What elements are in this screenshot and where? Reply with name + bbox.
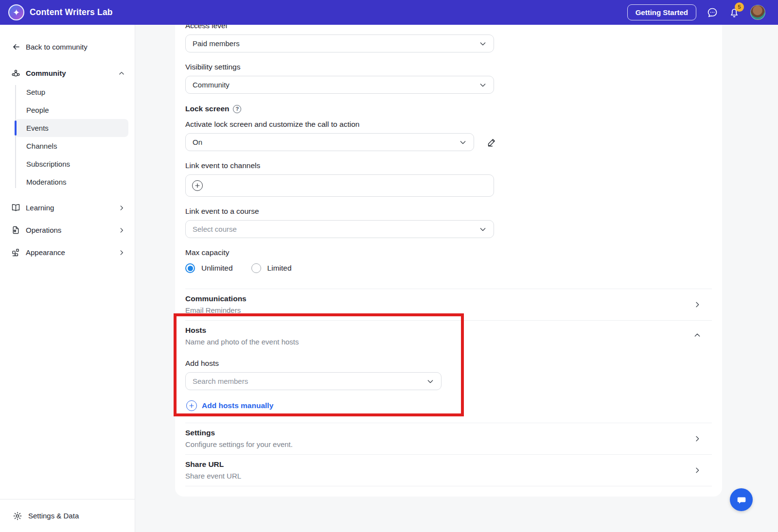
lock-screen-row: On (185, 129, 712, 151)
sidebar-item-label: Setup (26, 88, 45, 96)
event-settings-panel: Access level Paid members Visibility set… (175, 25, 722, 497)
add-hosts-manually-button[interactable]: Add hosts manually (186, 400, 712, 411)
operations-label: Operations (26, 226, 61, 234)
communications-row[interactable]: Communications Email Reminders (185, 289, 712, 320)
getting-started-button[interactable]: Getting Started (627, 4, 696, 20)
sidebar-section-learning[interactable]: Learning (11, 199, 125, 217)
settings-title: Settings (185, 429, 712, 437)
sidebar-item-label: Moderations (26, 178, 67, 186)
lock-screen-dropdown[interactable]: On (185, 133, 474, 151)
sidebar-item-label: Channels (26, 142, 57, 150)
lock-screen-label: Lock screen (185, 104, 229, 113)
settings-row[interactable]: Settings Configure settings for your eve… (185, 423, 712, 454)
brand-logo-icon[interactable]: ✦ (8, 4, 24, 20)
sparkle-icon: ✦ (13, 8, 20, 17)
hosts-section-body: Add hosts Search members Add hosts manua… (185, 359, 712, 411)
chevron-up-icon[interactable] (693, 331, 701, 339)
radio-option-unlimited[interactable]: Unlimited (185, 263, 233, 273)
communications-subtitle: Email Reminders (185, 306, 712, 314)
page: ✦ Content Writers Lab Getting Started 5 (0, 0, 778, 532)
radio-unselected-icon[interactable] (251, 263, 261, 273)
chevron-down-icon (479, 81, 487, 89)
sidebar-section-community[interactable]: Community (11, 68, 125, 78)
notification-count-badge: 5 (735, 2, 744, 12)
visibility-dropdown[interactable]: Community (185, 76, 494, 94)
sidebar: Back to community Community Setup People (0, 25, 135, 532)
radio-label-limited: Limited (267, 264, 292, 273)
chevron-down-icon (459, 138, 467, 146)
link-course-dropdown[interactable]: Select course (185, 220, 494, 238)
plus-circle-icon[interactable] (192, 180, 203, 191)
visibility-value: Community (193, 81, 479, 89)
hosts-title: Hosts (185, 326, 712, 335)
chevron-right-icon (118, 249, 125, 256)
lock-screen-heading: Lock screen ? (185, 104, 712, 113)
lock-screen-sublabel: Activate lock screen and customize the c… (185, 120, 712, 129)
help-icon[interactable]: ? (233, 105, 241, 113)
operations-document-gear-icon (11, 225, 21, 235)
header-actions: Getting Started 5 (627, 4, 778, 20)
add-hosts-manually-label: Add hosts manually (202, 401, 273, 410)
user-avatar[interactable] (750, 5, 765, 20)
chevron-right-icon (118, 205, 125, 211)
sidebar-item-events[interactable]: Events (15, 119, 128, 137)
back-arrow-icon (12, 42, 21, 51)
book-icon (11, 203, 21, 213)
sidebar-item-setup[interactable]: Setup (15, 83, 128, 101)
appearance-label: Appearance (26, 248, 65, 257)
max-capacity-label: Max capacity (185, 248, 712, 257)
access-level-value: Paid members (193, 39, 479, 48)
chevron-right-icon[interactable] (693, 466, 701, 474)
chevron-right-icon[interactable] (693, 301, 701, 309)
hosts-row[interactable]: Hosts Name and photo of the event hosts (185, 321, 712, 346)
settings-and-data-link[interactable]: Settings & Data (0, 499, 135, 532)
speech-bubble-icon (736, 494, 747, 506)
sidebar-item-channels[interactable]: Channels (15, 137, 128, 155)
chevron-right-icon (118, 227, 125, 234)
chat-icon[interactable] (707, 7, 718, 18)
share-url-title: Share URL (185, 460, 712, 469)
notifications-bell[interactable]: 5 (728, 7, 740, 18)
link-channels-field[interactable] (185, 174, 494, 197)
visibility-settings-label: Visibility settings (185, 63, 712, 71)
community-people-icon (11, 68, 21, 78)
chevron-down-icon (426, 378, 434, 385)
max-capacity-options: Unlimited Limited (185, 262, 712, 275)
sidebar-section-operations[interactable]: Operations (11, 221, 125, 239)
sidebar-section-appearance[interactable]: Appearance (11, 243, 125, 261)
search-members-dropdown[interactable]: Search members (185, 372, 442, 390)
back-to-community-link[interactable]: Back to community (12, 42, 135, 51)
add-hosts-label: Add hosts (185, 359, 712, 368)
community-subnav: Setup People Events Channels Subscriptio… (0, 83, 135, 191)
sidebar-item-label: People (26, 106, 49, 114)
community-section-label: Community (26, 69, 66, 77)
sidebar-item-subscriptions[interactable]: Subscriptions (15, 155, 128, 173)
chevron-down-icon (479, 225, 487, 233)
radio-label-unlimited: Unlimited (201, 264, 233, 273)
lock-screen-value: On (193, 138, 459, 146)
top-bar: ✦ Content Writers Lab Getting Started 5 (0, 0, 778, 25)
sidebar-item-label: Events (26, 124, 49, 132)
learning-label: Learning (26, 204, 54, 212)
hosts-subtitle: Name and photo of the event hosts (185, 338, 712, 346)
sidebar-item-label: Subscriptions (26, 160, 70, 168)
share-url-row[interactable]: Share URL Share event URL (185, 455, 712, 486)
brand-title: Content Writers Lab (30, 7, 113, 17)
back-to-community-label: Back to community (26, 43, 88, 51)
chevron-right-icon[interactable] (693, 435, 701, 443)
chat-fab-button[interactable] (730, 488, 753, 511)
appearance-layout-icon (11, 247, 21, 257)
link-course-label: Link event to a course (185, 207, 712, 216)
edit-pencil-icon[interactable] (487, 137, 497, 147)
chevron-up-icon[interactable] (118, 70, 125, 77)
radio-selected-icon[interactable] (185, 263, 195, 273)
radio-option-limited[interactable]: Limited (251, 263, 292, 273)
link-channels-label: Link event to channels (185, 161, 712, 170)
link-course-placeholder: Select course (193, 225, 479, 233)
access-level-dropdown[interactable]: Paid members (185, 34, 494, 52)
access-level-label: Access level (185, 25, 712, 30)
sidebar-item-people[interactable]: People (15, 101, 128, 119)
settings-subtitle: Configure settings for your event. (185, 440, 712, 448)
search-members-placeholder: Search members (193, 377, 426, 385)
sidebar-item-moderations[interactable]: Moderations (15, 173, 128, 191)
